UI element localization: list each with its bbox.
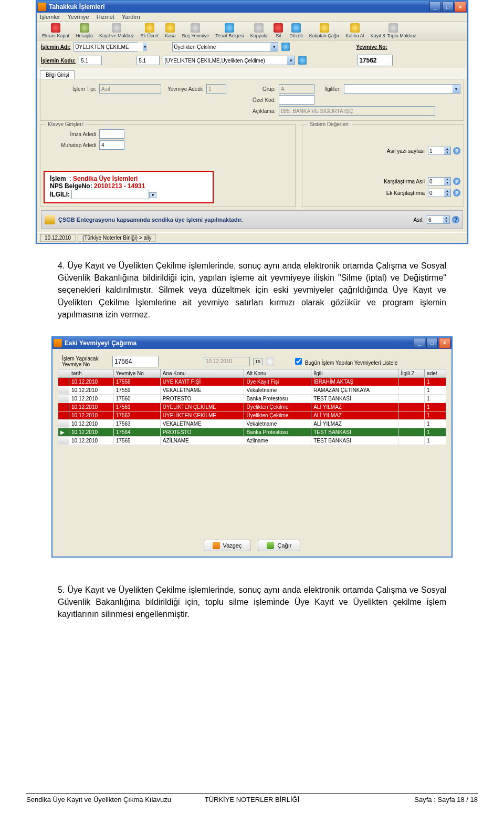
tahakkuk-window: Tahakkuk İşlemleri _ □ × İşlemler Yevmiy…	[36, 0, 468, 244]
toolbar-kal-ba-al[interactable]: Kalıba Al	[342, 23, 368, 39]
islem-kodu-field[interactable]	[79, 56, 102, 65]
islem-adi-field[interactable]	[74, 43, 143, 51]
spin-down-icon[interactable]: ▼	[444, 193, 450, 197]
menu-islemler[interactable]: İşlemler	[40, 14, 60, 20]
spin-up-icon[interactable]: ▲	[443, 216, 449, 220]
toolbar-icon	[165, 23, 175, 33]
spin-up-icon[interactable]: ▲	[444, 178, 450, 181]
table-row[interactable]: 10.12.201017565AZİLNAMEAzilnameTEST BANK…	[58, 436, 446, 445]
day-field[interactable]: 15	[253, 358, 262, 365]
toolbar-kay-t-ve-makbuz[interactable]: Kayıt ve Makbuz	[96, 23, 138, 39]
asil-yazi-label: Asıl yazı sayfası	[387, 148, 425, 154]
ozel-kod-field[interactable]	[279, 95, 314, 105]
column-header[interactable]: İlgili	[311, 369, 398, 377]
asil-yazi-field[interactable]	[428, 147, 444, 154]
vazgec-button[interactable]: Vazgeç	[204, 540, 251, 551]
maximize-button[interactable]: □	[426, 338, 438, 348]
dropdown-arrow-icon[interactable]: ▼	[453, 85, 460, 93]
toolbar-ekran-kapat[interactable]: Ekranı Kapat	[39, 23, 72, 39]
toolbar-kay-t-toplu-makbuz[interactable]: Kayıt & Toplu Makbuz	[368, 23, 419, 39]
toolbar-icon	[225, 23, 234, 33]
search-icon[interactable]	[298, 56, 307, 65]
kars-asil-field[interactable]	[428, 178, 444, 185]
banner-text: ÇSGB Entegrasyonu kapsamında sendika üye…	[58, 217, 243, 223]
toolbar-sil[interactable]: Sil	[270, 23, 286, 39]
menu-yevmiye[interactable]: Yevmiye	[68, 14, 89, 20]
table-row[interactable]: 10.12.201017559VEKALETNAMEVekaletnameRAM…	[58, 386, 446, 394]
menu-hizmet[interactable]: Hizmet	[97, 14, 114, 20]
spin-down-icon[interactable]: ▼	[443, 220, 449, 223]
minimize-button[interactable]: _	[429, 2, 441, 12]
toolbar-bo-yevmiye[interactable]: Boş Yevmiye	[179, 23, 213, 39]
status-source: (Türkiye Noterler Birliği) > aliy	[78, 234, 156, 242]
toolbar-icon	[274, 23, 283, 33]
klavye-girisleri-title: Klavye Girişleri:	[46, 121, 86, 127]
islem-kodu-field2[interactable]	[136, 56, 160, 65]
table-row[interactable]: 10.12.201017563VEKALETNAMEVekaletnameALİ…	[58, 419, 446, 428]
yevmiye-grid[interactable]: tarihYevmiye NoAna KonuAlt Konuİlgiliİlg…	[58, 369, 446, 445]
toolbar-icon	[145, 23, 154, 33]
close-button[interactable]: ×	[439, 338, 450, 348]
toolbar-icon	[291, 23, 301, 33]
aciklama-label: Açıklama:	[244, 108, 279, 114]
column-header[interactable]: Yevmiye No	[113, 369, 160, 377]
menu-yardim[interactable]: Yardım	[122, 14, 140, 20]
page-footer: TÜRKİYE NOTERLER BİRLİĞİ Sendika Üye Kay…	[26, 793, 478, 803]
islem-tipi-label: İşlem Tipi:	[44, 86, 99, 92]
toolbar-icon	[254, 23, 264, 33]
close-button[interactable]: ×	[455, 2, 466, 12]
islem-kodu-dropdown[interactable]	[163, 56, 287, 65]
dropdown-arrow-icon[interactable]: ▼	[143, 43, 147, 51]
table-row[interactable]: 10.12.201017560PROTESTOBanka ProtestosuT…	[58, 394, 446, 403]
toolbar-ek-cret[interactable]: Ek Ücret	[138, 23, 162, 39]
islem-adi-dropdown[interactable]	[173, 43, 270, 51]
help-icon[interactable]: ?	[453, 178, 460, 185]
ilgililer-dropdown[interactable]	[344, 85, 453, 93]
help-icon[interactable]: ?	[453, 189, 460, 197]
asil-field[interactable]	[427, 216, 443, 223]
toolbar-kal-ptan-a-r[interactable]: Kalıptan Çağır	[306, 23, 343, 39]
spin-down-icon[interactable]: ▼	[444, 181, 450, 185]
spin-up-icon[interactable]: ▲	[444, 189, 450, 193]
spin-up-icon[interactable]: ▲	[444, 147, 450, 151]
toolbar-hesapla[interactable]: Hesapla	[72, 23, 96, 39]
dropdown-arrow-icon[interactable]: ▼	[149, 192, 156, 198]
table-row[interactable]: 10.12.201017558ÜYE KAYIT FİŞİÜye Kayıt F…	[58, 377, 446, 386]
listele-checkbox[interactable]: Bugün İşlem Yapılan Yevmiyeleri Listele	[293, 356, 397, 366]
minimize-button[interactable]: _	[414, 338, 425, 348]
imza-adedi-field[interactable]	[99, 129, 124, 139]
menu-bar: İşlemler Yevmiye Hizmet Yardım	[37, 13, 467, 22]
column-header[interactable]: İlgili 2	[398, 369, 425, 377]
help-icon[interactable]: ?	[453, 147, 460, 154]
cagir-button[interactable]: Çağır	[258, 540, 300, 551]
column-header[interactable]: Alt Konu	[244, 369, 311, 377]
ozel-kod-label: Özel Kod:	[244, 97, 279, 103]
calendar-icon[interactable]	[266, 357, 274, 366]
spin-down-icon[interactable]: ▼	[444, 151, 450, 154]
dropdown-arrow-icon[interactable]: ▼	[287, 56, 295, 65]
column-header[interactable]: Ana Konu	[160, 369, 244, 377]
app-icon	[54, 339, 62, 347]
column-header[interactable]: adet	[425, 369, 446, 377]
dropdown-arrow-icon[interactable]: ▼	[270, 43, 278, 51]
column-header[interactable]: tarih	[69, 369, 114, 377]
toolbar-kasa[interactable]: Kasa	[162, 23, 179, 39]
tab-bilgi-girisi[interactable]: Bilgi Girişi	[40, 70, 75, 79]
islem-kodu-label: İşlemin Kodu:	[41, 58, 76, 64]
yevmiye-no-field[interactable]	[112, 356, 159, 367]
table-row[interactable]: ▶10.12.201017564PROTESTOBanka Protestosu…	[58, 428, 446, 436]
table-row[interactable]: 10.12.201017561ÜYELİKTEN ÇEKİLMEÜyelikte…	[58, 403, 446, 411]
yevmiye-no-field[interactable]	[357, 55, 393, 66]
toolbar-kopyala[interactable]: Kopyala	[247, 23, 271, 39]
toolbar-d-zelt[interactable]: Düzelt	[286, 23, 306, 39]
toolbar-tescil-belgesi[interactable]: Tescil Belgesi	[212, 23, 247, 39]
ek-kars-field[interactable]	[428, 189, 444, 197]
status-date: 10.12.2010	[40, 234, 76, 242]
maximize-button[interactable]: □	[442, 2, 454, 12]
muhatap-adedi-field[interactable]	[99, 140, 124, 150]
help-icon[interactable]: ?	[452, 216, 459, 223]
search-icon[interactable]	[281, 43, 290, 51]
redbox-ilgili-field[interactable]	[71, 190, 149, 199]
table-row[interactable]: 10.12.201017562ÜYELİKTEN ÇEKİLMEÜyelikte…	[58, 411, 446, 419]
islem-adi-label: İşlemin Adı:	[41, 44, 70, 50]
